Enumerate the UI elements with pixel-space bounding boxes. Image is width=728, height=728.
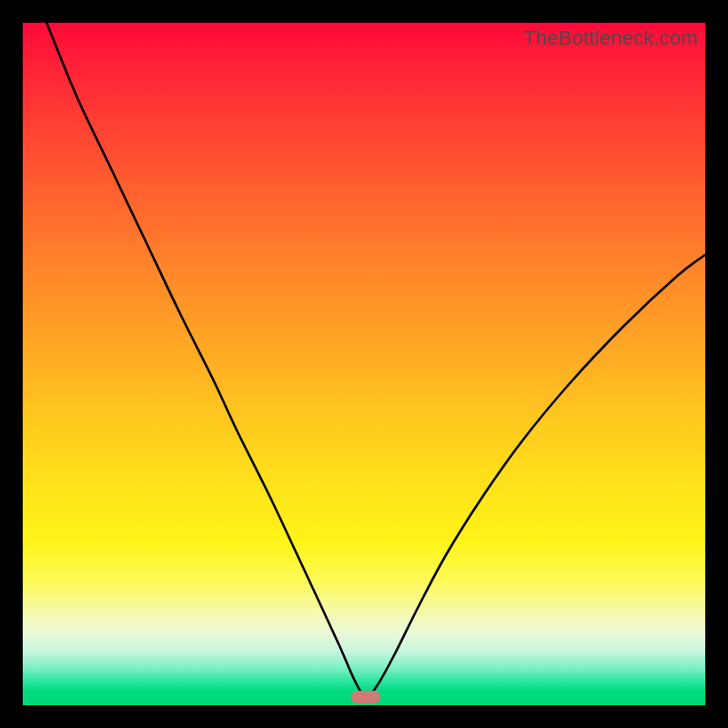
- chart-frame: TheBottleneck.com: [0, 0, 728, 728]
- bottleneck-curve: [23, 23, 705, 705]
- minimum-marker: [351, 691, 380, 703]
- plot-area: TheBottleneck.com: [23, 23, 705, 705]
